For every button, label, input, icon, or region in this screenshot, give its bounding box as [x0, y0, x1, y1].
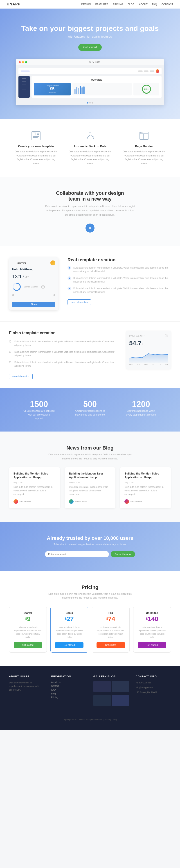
progress-card: 35% — [133, 83, 159, 95]
nav-pricing[interactable]: PRICING — [113, 3, 123, 6]
finish-template-section: Finish template creation Duis aute irure… — [0, 321, 180, 388]
features-grid: Create your own template Duis aute irure… — [13, 130, 167, 165]
pricing-section: Pricing Duis aute irure dolor in reprehe… — [0, 571, 180, 666]
stat-2: 500 Amazing product options to stay ahea… — [74, 400, 106, 420]
play-button[interactable] — [86, 223, 94, 232]
ft-bullet-3 — [9, 361, 12, 364]
blog-card-2-title: Building the Mention Sales Application o… — [69, 472, 111, 479]
footer-link-faq[interactable]: FAQ — [51, 689, 87, 691]
stat-3-number: 1200 — [125, 400, 157, 409]
hero-cta-button[interactable]: Get started — [78, 44, 101, 51]
rt-point-2: Duis aute irure dolor in reprehenderit i… — [67, 276, 171, 284]
footer-img-4 — [112, 695, 129, 706]
blog-section: News from our Blog Duis aute irure dolor… — [0, 432, 180, 522]
nav-faq[interactable]: FAQ — [152, 3, 157, 6]
footer-link-blog[interactable]: Blog — [51, 692, 87, 695]
rt-point-text-1: Duis aute irure dolor in reprehenderit i… — [73, 266, 171, 273]
rt-city-label: New York — [17, 262, 26, 264]
plan-starter-button[interactable]: Get started — [14, 642, 42, 648]
ft-card-container: daily weight ⓘ 54.7 kg — [126, 331, 171, 379]
plan-basic-name: Basic — [55, 611, 84, 615]
nav-features[interactable]: FEATURES — [95, 3, 108, 6]
blog-avatar-1 — [13, 499, 18, 504]
rt-phone-mockup: New York Hello Matthew, 13:17 47. Burned… — [9, 257, 59, 310]
feature-backup-title: Automatic Backup Data — [67, 145, 113, 148]
rt-time-sub: 47. — [25, 276, 29, 279]
nav-contact[interactable]: CONTACT — [161, 3, 173, 6]
ft-point-1: Duis aute irure dolor in reprehenderit i… — [9, 340, 117, 347]
dashboard-header: CRM Suite — [16, 59, 164, 65]
stat-value: $5 — [35, 87, 69, 91]
plan-starter-desc: Duis aute irure dolor in reprehenderit i… — [14, 626, 42, 639]
stats-section: 1500 UI Screenshare are satisfied with o… — [0, 388, 180, 432]
blog-card-3-title: Building the Mention Sales Application o… — [124, 472, 167, 479]
footer-link-about[interactable]: About Us — [51, 681, 87, 683]
collaborate-heading: Collaborate with your design team in a n… — [18, 190, 162, 202]
blog-avatar-3 — [124, 499, 129, 504]
feature-backup: Automatic Backup Data Duis aute irure do… — [67, 130, 113, 165]
ft-weight-unit: kg — [143, 343, 145, 346]
blog-intro: Duis aute irure dolor in reprehenderit i… — [45, 453, 135, 461]
rt-more-button[interactable]: more information — [67, 300, 91, 305]
rt-progress-fill — [12, 297, 40, 297]
rt-heading: Real template creation — [67, 257, 171, 262]
pricing-basic: Basic $27 Duis aute irure dolor in repre… — [51, 607, 88, 653]
plan-unlimited-button[interactable]: Get started — [138, 642, 166, 648]
rt-time: 13:17 — [12, 274, 25, 280]
info-icon[interactable]: ⓘ — [165, 334, 168, 338]
footer-address: 123 Street, NY 10001 — [136, 691, 171, 694]
footer-link-contact[interactable]: Contact — [51, 685, 87, 687]
svg-rect-1 — [33, 133, 36, 135]
dot-3[interactable] — [92, 102, 93, 103]
feature-backup-desc: Duis aute irure dolor in reprehenderit i… — [67, 150, 113, 165]
stat-1: 1500 UI Screenshare are satisfied with o… — [23, 400, 55, 420]
feature-template: Create your own template Duis aute irure… — [13, 130, 59, 165]
sidebar-item-4 — [22, 87, 26, 87]
rt-content: Real template creation Duis aute irure d… — [67, 257, 171, 310]
chart-card — [72, 83, 131, 95]
trusted-email-input[interactable] — [45, 551, 109, 557]
dot-2[interactable] — [89, 102, 91, 103]
rt-progress-track — [12, 297, 55, 297]
trusted-heading: Already trusted by over 10,000 users — [9, 535, 171, 541]
ft-more-button[interactable]: more information — [9, 374, 33, 379]
nav-design[interactable]: DESIGN — [81, 3, 91, 6]
expand-dot — [25, 61, 27, 63]
overview-label: Overview — [34, 78, 159, 81]
rt-point-1: Duis aute irure dolor in reprehenderit i… — [67, 266, 171, 273]
plan-pro-desc: Duis aute irure dolor in reprehenderit i… — [96, 626, 125, 639]
plan-starter-price: $9 — [14, 615, 42, 623]
footer-link-pricing[interactable]: Pricing — [51, 696, 87, 699]
dot-active[interactable] — [87, 102, 88, 103]
footer-info: Information About Us Contact FAQ Blog Pr… — [51, 675, 87, 708]
hero-subtitle: with Unapp's high quality features — [7, 35, 173, 38]
footer-gallery-grid — [93, 681, 129, 708]
rt-bullet-1 — [67, 266, 71, 270]
footer-info-title: Information — [51, 675, 87, 678]
plan-pro-button[interactable]: Get started — [96, 642, 125, 648]
blog-card-3-excerpt: Duis aute irure dolor in reprehenderit i… — [124, 485, 167, 496]
rt-share-button[interactable]: Share — [12, 302, 55, 307]
dashboard-main: Overview Congratulations! $5 Revenue — [31, 76, 161, 98]
minimize-dot — [22, 61, 24, 63]
chart-day-2: Tue — [137, 364, 140, 366]
footer-grid: About UNAPP Duis aute irure dolor in rep… — [9, 675, 171, 708]
plan-basic-button[interactable]: Get started — [55, 642, 84, 648]
blog-card-2: Building the Mention Sales Application o… — [65, 467, 116, 508]
dashboard-row: Overview Congratulations! $5 Revenue — [19, 76, 161, 98]
rt-bullet-3 — [67, 287, 71, 290]
stat-1-number: 1500 — [23, 400, 55, 409]
trusted-section: Already trusted by over 10,000 users Sub… — [0, 522, 180, 571]
dashboard-sidebar — [19, 76, 30, 98]
chart-day-5: Fri — [159, 364, 161, 366]
hero-section: Take on your biggest projects and goals … — [0, 8, 180, 119]
logo: UNAPP — [7, 2, 21, 6]
template-icon — [30, 130, 41, 142]
trusted-desc: Subscribe to receive Unapp's best recomm… — [9, 543, 171, 546]
trusted-subscribe-button[interactable]: Subscribe now — [111, 551, 135, 557]
ft-point-2: Duis aute irure dolor in reprehenderit i… — [9, 350, 117, 358]
nav-about[interactable]: ABOUT — [139, 3, 148, 6]
plan-basic-price: $27 — [55, 615, 84, 623]
navigation: UNAPP DESIGN FEATURES PRICING BLOG ABOUT… — [0, 0, 180, 8]
nav-blog[interactable]: BLOG — [127, 3, 134, 6]
